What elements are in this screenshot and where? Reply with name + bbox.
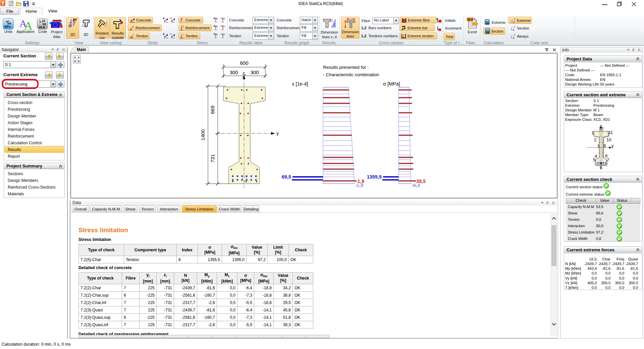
svg-text:XLS: XLS: [468, 18, 473, 21]
svg-text:−: −: [170, 17, 172, 20]
svg-text:669: 669: [210, 105, 215, 114]
svg-text:−: −: [220, 24, 222, 28]
svg-text:−: −: [220, 33, 222, 36]
svg-text:731: 731: [210, 154, 215, 162]
svg-text:Results presented for :: Results presented for :: [323, 65, 369, 70]
svg-text:- Characteristic combination: - Characteristic combination: [323, 72, 379, 77]
svg-text:69,5: 69,5: [282, 174, 291, 180]
svg-text:-1,9: -1,9: [355, 183, 363, 188]
svg-text:−: −: [170, 33, 172, 36]
svg-text:ε [1e-4]: ε [1e-4]: [292, 81, 308, 87]
svg-text:−: −: [220, 17, 222, 20]
svg-text:MPa: MPa: [4, 25, 11, 28]
svg-text:-6,4: -6,4: [412, 183, 420, 188]
svg-text:+: +: [213, 24, 215, 28]
svg-text:25.8: 25.8: [39, 25, 45, 29]
svg-text:1400: 1400: [200, 129, 206, 140]
svg-text:600: 600: [240, 60, 248, 66]
svg-text:+: +: [163, 33, 165, 36]
svg-text:+: +: [213, 17, 215, 20]
svg-text:z: z: [243, 70, 245, 76]
svg-text:y: y: [276, 131, 279, 136]
svg-text:+: +: [213, 33, 215, 36]
svg-text:1355,5: 1355,5: [367, 174, 382, 180]
svg-text:σ [MPa]: σ [MPa]: [383, 81, 400, 87]
svg-text:300: 300: [229, 69, 238, 75]
svg-text:+: +: [163, 17, 165, 20]
svg-text:300: 300: [250, 69, 259, 75]
